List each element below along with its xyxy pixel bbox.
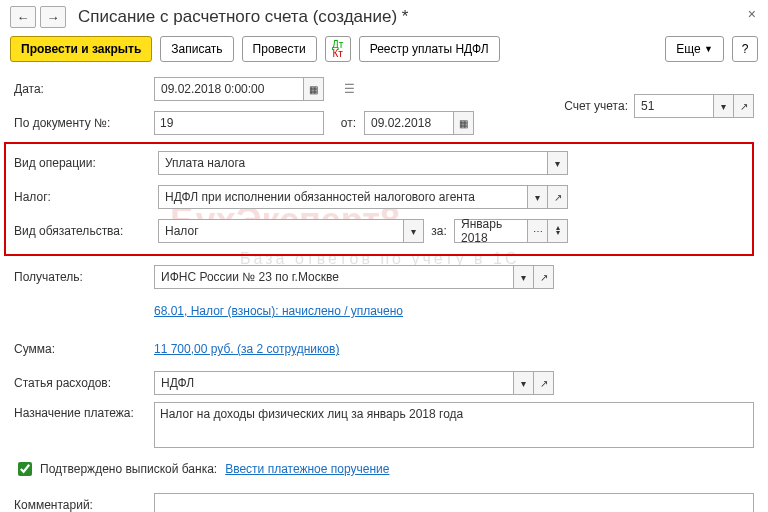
expense-label: Статья расходов:: [14, 376, 154, 390]
amount-link[interactable]: 11 700,00 руб. (за 2 сотрудников): [154, 342, 339, 356]
period-spinner[interactable]: ▴▾: [548, 219, 568, 243]
account-field[interactable]: 51: [634, 94, 714, 118]
confirmed-checkbox-input[interactable]: [18, 462, 32, 476]
recipient-open-icon[interactable]: ↗: [534, 265, 554, 289]
purpose-label: Назначение платежа:: [14, 402, 154, 420]
recipient-sub-link[interactable]: 68.01, Налог (взносы): начислено / уплач…: [154, 304, 403, 318]
confirmed-label: Подтверждено выпиской банка:: [40, 462, 217, 476]
docno-field[interactable]: 19: [154, 111, 324, 135]
save-button[interactable]: Записать: [160, 36, 233, 62]
more-button[interactable]: Еще ▼: [665, 36, 724, 62]
calendar-icon[interactable]: ▦: [454, 111, 474, 135]
account-dropdown[interactable]: ▾: [714, 94, 734, 118]
expense-open-icon[interactable]: ↗: [534, 371, 554, 395]
confirmed-checkbox[interactable]: Подтверждено выпиской банка:: [14, 459, 217, 479]
account-open-icon[interactable]: ↗: [734, 94, 754, 118]
obligation-dropdown[interactable]: ▾: [404, 219, 424, 243]
comment-field[interactable]: [154, 493, 754, 512]
post-button[interactable]: Провести: [242, 36, 317, 62]
obligation-label: Вид обязательства:: [14, 224, 158, 238]
highlighted-region: Вид операции: Уплата налога ▾ Налог: НДФ…: [4, 142, 754, 256]
for-label: за:: [424, 224, 454, 238]
calendar-icon[interactable]: ▦: [304, 77, 324, 101]
optype-dropdown[interactable]: ▾: [548, 151, 568, 175]
account-label: Счет учета:: [564, 99, 628, 113]
list-icon[interactable]: ☰: [344, 82, 355, 96]
tax-field[interactable]: НДФЛ при исполнении обязанностей налогов…: [158, 185, 528, 209]
recipient-label: Получатель:: [14, 270, 154, 284]
chevron-down-icon: ▼: [704, 44, 713, 54]
expense-field[interactable]: НДФЛ: [154, 371, 514, 395]
enter-payment-link[interactable]: Ввести платежное поручение: [225, 462, 389, 476]
expense-dropdown[interactable]: ▾: [514, 371, 534, 395]
from-label: от:: [324, 116, 364, 130]
recipient-field[interactable]: ИФНС России № 23 по г.Москве: [154, 265, 514, 289]
nav-back-button[interactable]: ←: [10, 6, 36, 28]
comment-label: Комментарий:: [14, 498, 154, 512]
period-button[interactable]: ⋯: [528, 219, 548, 243]
tax-label: Налог:: [14, 190, 158, 204]
close-icon[interactable]: ×: [748, 6, 756, 22]
docfrom-field[interactable]: 09.02.2018: [364, 111, 454, 135]
optype-label: Вид операции:: [14, 156, 158, 170]
recipient-dropdown[interactable]: ▾: [514, 265, 534, 289]
obligation-field[interactable]: Налог: [158, 219, 404, 243]
post-and-close-button[interactable]: Провести и закрыть: [10, 36, 152, 62]
dtkt-button[interactable]: ДтКт: [325, 36, 351, 62]
window-title: Списание с расчетного счета (создание) *: [78, 7, 408, 27]
date-field[interactable]: 09.02.2018 0:00:00: [154, 77, 304, 101]
amount-label: Сумма:: [14, 342, 154, 356]
period-field[interactable]: Январь 2018: [454, 219, 528, 243]
help-button[interactable]: ?: [732, 36, 758, 62]
tax-open-icon[interactable]: ↗: [548, 185, 568, 209]
optype-field[interactable]: Уплата налога: [158, 151, 548, 175]
nav-forward-button[interactable]: →: [40, 6, 66, 28]
docno-label: По документу №:: [14, 116, 154, 130]
date-label: Дата:: [14, 82, 154, 96]
tax-dropdown[interactable]: ▾: [528, 185, 548, 209]
ndfl-registry-button[interactable]: Реестр уплаты НДФЛ: [359, 36, 500, 62]
purpose-field[interactable]: Налог на доходы физических лиц за январь…: [154, 402, 754, 448]
